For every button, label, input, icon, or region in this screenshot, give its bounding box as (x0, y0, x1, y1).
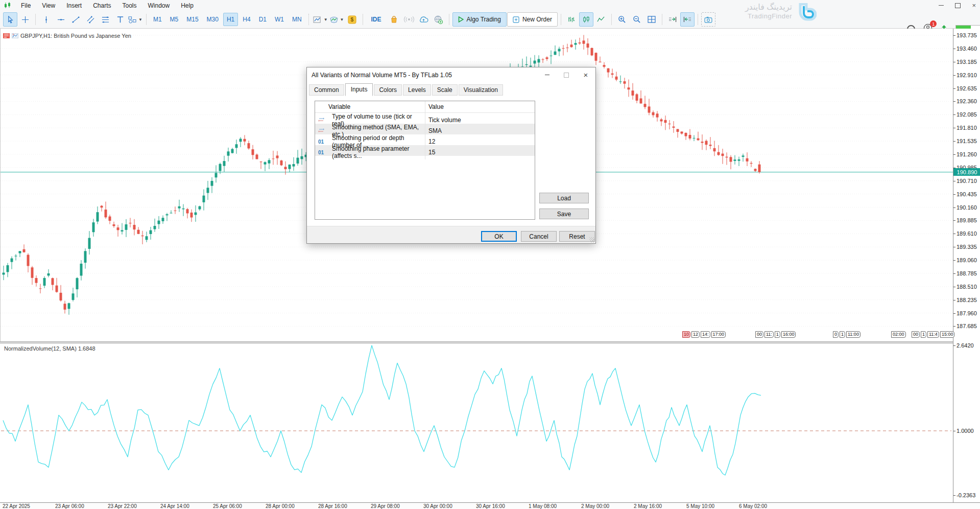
time-tag[interactable]: 11:00 (846, 331, 861, 338)
time-tag[interactable]: 00 (755, 331, 763, 338)
cursor-tool-button[interactable] (3, 12, 17, 27)
resize-grip[interactable] (589, 237, 594, 242)
menu-item-view[interactable]: View (36, 2, 61, 9)
new-order-label: New Order (522, 16, 552, 23)
ide-button[interactable]: IDE (366, 12, 387, 27)
table-row[interactable]: 01Smoothing phase parameter (affects s..… (315, 145, 535, 156)
price-tick (953, 273, 955, 274)
load-button[interactable]: Load (539, 193, 589, 203)
screenshot-button[interactable] (701, 12, 715, 27)
menu-item-window[interactable]: Window (142, 2, 176, 9)
time-tag[interactable]: 11:4 (927, 331, 939, 338)
save-button[interactable]: Save (539, 209, 589, 219)
time-tag[interactable]: 02:00 (891, 331, 906, 338)
tab-colors[interactable]: Colors (374, 84, 402, 96)
time-tag[interactable]: 00 (912, 331, 920, 338)
time-tag[interactable]: 1 (921, 331, 926, 338)
price-tick (953, 49, 955, 49)
zoom-out-button[interactable] (630, 12, 644, 27)
shapes-tool-button[interactable]: ▼ (128, 12, 143, 27)
time-axis-label: 5 May 10:00 (686, 503, 714, 509)
table-row[interactable]: Smoothing method (SMA, EMA, etc.)SMA (315, 124, 535, 134)
time-tag[interactable]: 17:00 (711, 331, 726, 338)
menu-items: FileViewInsertChartsToolsWindowHelp (15, 2, 199, 9)
crosshair-tool-button[interactable] (18, 12, 32, 27)
indicator-pane[interactable]: NormalizedVolume(12, SMA) 1.6848 (0, 343, 953, 502)
chart-window-button[interactable]: ▼ (313, 12, 328, 27)
algo-trading-button[interactable]: Algo Trading (452, 12, 507, 27)
menu-item-charts[interactable]: Charts (87, 2, 116, 9)
price-label: 190.435 (957, 191, 977, 197)
toolbar-separator (363, 14, 363, 25)
time-tag[interactable]: 1 (840, 331, 845, 338)
indicator-tick (953, 495, 955, 496)
trendline-tool-button[interactable] (68, 12, 83, 27)
new-order-button[interactable]: New Order (507, 12, 558, 27)
time-tag-group: 0111:00 (832, 331, 861, 338)
dialog-maximize-icon[interactable] (557, 67, 576, 82)
time-tag[interactable]: 1 (775, 331, 780, 338)
deposit-button[interactable]: $ (345, 12, 360, 27)
timeframe-m1[interactable]: M1 (150, 13, 165, 26)
time-tag[interactable]: 0 (833, 331, 839, 338)
ok-button[interactable]: OK (481, 231, 517, 242)
table-row[interactable]: Type of volume to use (tick or real)Tick… (315, 113, 535, 124)
chart-shift-button[interactable] (680, 12, 695, 27)
tab-inputs[interactable]: Inputs (345, 83, 373, 96)
window-restore-icon[interactable] (955, 3, 961, 8)
dialog-minimize-icon[interactable] (537, 67, 557, 82)
window-minimize-icon[interactable] (939, 5, 944, 6)
timeframe-h4[interactable]: H4 (239, 13, 254, 26)
menu-item-file[interactable]: File (15, 2, 36, 9)
timeframe-mn[interactable]: MN (289, 13, 305, 26)
price-scale[interactable]: 193.735193.460193.185192.910192.635192.3… (953, 29, 980, 502)
time-tag[interactable]: 16:00 (781, 331, 796, 338)
horizontal-line-tool-button[interactable] (54, 12, 68, 27)
time-tag[interactable]: 15:00 (940, 331, 955, 338)
inputs-table: Variable Value Type of volume to use (ti… (315, 101, 535, 220)
timeframe-m15[interactable]: M15 (183, 13, 202, 26)
line-chart-mode-button[interactable] (594, 12, 608, 27)
channel-tool-button[interactable] (83, 12, 98, 27)
indicators-button[interactable]: ▼ (329, 12, 345, 27)
tab-scale[interactable]: Scale (432, 84, 458, 96)
toolbar-separator (611, 14, 612, 25)
bar-chart-mode-button[interactable] (564, 12, 579, 27)
text-tool-button[interactable] (113, 12, 127, 27)
time-axis-label: 23 Apr 06:00 (55, 503, 84, 509)
zoom-in-button[interactable] (615, 12, 629, 27)
table-row[interactable]: 01Smoothing period or depth (number of .… (315, 134, 535, 145)
tab-levels[interactable]: Levels (403, 84, 431, 96)
timeframe-m5[interactable]: M5 (166, 13, 182, 26)
variable-value[interactable]: 15 (425, 145, 535, 159)
indicator-scale-label: 2.6420 (957, 342, 974, 349)
cloud-button[interactable] (417, 12, 431, 27)
signals-button[interactable] (402, 12, 416, 27)
menu-item-help[interactable]: Help (175, 2, 199, 9)
auto-scroll-button[interactable] (665, 12, 680, 27)
community-button[interactable] (432, 12, 446, 27)
timeframe-m30[interactable]: M30 (203, 13, 222, 26)
timeframe-h1[interactable]: H1 (223, 13, 238, 26)
candlestick-mode-button[interactable] (579, 12, 593, 27)
tab-common[interactable]: Common (309, 84, 344, 96)
menu-item-insert[interactable]: Insert (61, 2, 87, 9)
time-tag[interactable]: 11: (764, 331, 774, 338)
time-tag[interactable]: 12 (691, 331, 700, 338)
timeframe-w1[interactable]: W1 (271, 13, 288, 26)
dialog-title: All Variants of Normal Volume MT5 - By T… (312, 72, 452, 79)
dialog-close-icon[interactable]: × (576, 67, 595, 82)
tab-visualization[interactable]: Visualization (459, 84, 503, 96)
market-button[interactable] (387, 12, 401, 27)
time-tag[interactable]: 10 (682, 331, 690, 338)
time-axis-label: 22 Apr 2025 (3, 503, 30, 509)
menu-item-tools[interactable]: Tools (117, 2, 142, 9)
vertical-line-tool-button[interactable] (39, 12, 53, 27)
time-axis[interactable]: 22 Apr 202523 Apr 06:0023 Apr 22:0024 Ap… (0, 502, 980, 509)
tile-windows-button[interactable] (644, 12, 659, 27)
fibonacci-tool-button[interactable] (98, 12, 112, 27)
timeframe-d1[interactable]: D1 (255, 13, 270, 26)
time-tag[interactable]: 14: (701, 331, 710, 338)
cancel-button[interactable]: Cancel (521, 231, 557, 242)
window-close-icon[interactable]: × (972, 2, 976, 9)
